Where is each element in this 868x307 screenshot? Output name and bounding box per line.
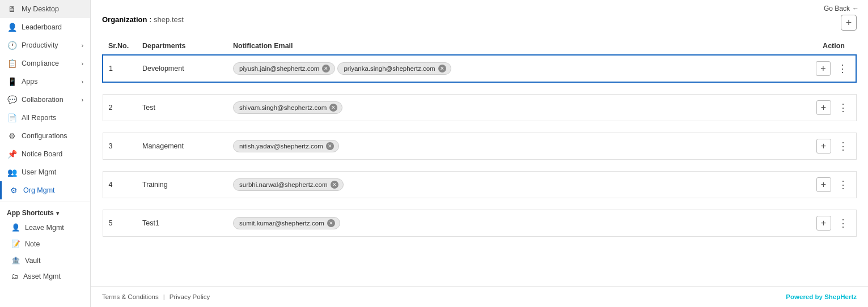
add-email-button[interactable]: +: [816, 216, 831, 231]
configurations-icon: ⚙: [7, 131, 17, 140]
col-sr-no: Sr.No.: [103, 37, 137, 55]
add-email-button[interactable]: +: [816, 139, 831, 154]
sidebar-item-configurations[interactable]: ⚙ Configurations: [0, 127, 90, 145]
sidebar-item-user-mgmt[interactable]: 👥 User Mgmt: [0, 163, 90, 181]
org-value: shep.test: [154, 15, 184, 24]
col-departments: Departments: [137, 37, 227, 55]
sidebar-item-label: Notice Board: [22, 150, 62, 158]
departments-table: Sr.No. Departments Notification Email Ac…: [102, 37, 857, 237]
action-cell: +⋮: [805, 139, 850, 154]
leaderboard-icon: 👤: [7, 23, 17, 32]
cell-department: Management: [137, 133, 227, 160]
more-options-button[interactable]: ⋮: [836, 216, 850, 231]
table-row: 2Testshivam.singh@shephertz.com✕+⋮: [103, 95, 856, 121]
sidebar-item-productivity[interactable]: 🕐 Productivity ›: [0, 36, 90, 54]
cell-action: +⋮: [799, 133, 856, 160]
vault-icon: 🏦: [11, 256, 20, 265]
sidebar-item-label: Asset Mgmt: [23, 272, 61, 280]
col-notification-email: Notification Email: [227, 37, 799, 55]
cell-emails: piyush.jain@shephertz.com✕priyanka.singh…: [227, 55, 799, 82]
org-title: Organization: shep.test: [102, 15, 184, 24]
cell-emails: surbhi.narwal@shephertz.com✕: [227, 172, 799, 198]
cell-sr-no: 4: [103, 172, 137, 198]
more-options-button[interactable]: ⋮: [835, 61, 850, 76]
table-row: 1Developmentpiyush.jain@shephertz.com✕pr…: [103, 55, 856, 82]
footer-links: Terms & Conditions | Privacy Policy: [102, 293, 210, 300]
sidebar-item-org-mgmt[interactable]: ⚙ Org Mgmt: [0, 181, 90, 199]
row-spacer: [103, 198, 856, 210]
more-options-button[interactable]: ⋮: [836, 100, 850, 115]
sidebar-item-note[interactable]: 📝 Note: [0, 236, 90, 252]
more-options-button[interactable]: ⋮: [836, 177, 850, 192]
cell-action: +⋮: [799, 172, 856, 198]
add-email-button[interactable]: +: [816, 177, 831, 192]
sidebar-item-label: My Desktop: [22, 5, 59, 13]
sidebar-item-label: Collaboration: [22, 96, 63, 104]
cell-emails: shivam.singh@shephertz.com✕: [227, 95, 799, 121]
chevron-right-icon: ›: [82, 61, 83, 67]
go-back-button[interactable]: Go Back ←: [824, 5, 859, 12]
top-bar: Go Back ←: [91, 0, 868, 15]
action-cell: +⋮: [805, 61, 850, 76]
remove-email-button[interactable]: ✕: [322, 65, 330, 73]
leave-icon: 👤: [11, 223, 20, 232]
email-tag: nitish.yadav@shephertz.com✕: [233, 140, 339, 152]
arrow-left-icon: ←: [852, 5, 859, 12]
cell-department: Test1: [137, 210, 227, 237]
sidebar-item-notice-board[interactable]: 📌 Notice Board: [0, 145, 90, 163]
sidebar-item-label: Productivity: [22, 41, 58, 49]
sidebar-item-label: Apps: [22, 78, 38, 86]
email-text: surbhi.narwal@shephertz.com: [239, 181, 328, 188]
chevron-right-icon: ›: [82, 42, 83, 49]
org-mgmt-icon: ⚙: [9, 186, 19, 195]
cell-department: Test: [137, 95, 227, 121]
sidebar-item-leave-mgmt[interactable]: 👤 Leave Mgmt: [0, 219, 90, 236]
sidebar-item-vault[interactable]: 🏦 Vault: [0, 252, 90, 268]
remove-email-button[interactable]: ✕: [326, 142, 334, 150]
app-shortcuts-label: App Shortcuts: [7, 209, 54, 217]
add-email-button[interactable]: +: [816, 100, 831, 115]
sidebar-item-collaboration[interactable]: 💬 Collaboration ›: [0, 91, 90, 109]
cell-action: +⋮: [799, 210, 856, 237]
sidebar-item-compliance[interactable]: 📋 Compliance ›: [0, 54, 90, 73]
compliance-icon: 📋: [7, 59, 17, 68]
add-email-button[interactable]: +: [816, 61, 831, 76]
email-text: sumit.kumar@shephertz.com: [239, 220, 324, 227]
asset-icon: 🗂: [11, 272, 19, 280]
apps-icon: 📱: [7, 77, 17, 86]
chevron-right-icon: ›: [82, 79, 83, 85]
sidebar-item-label: Note: [25, 240, 40, 248]
reports-icon: 📄: [7, 113, 17, 122]
cell-action: +⋮: [799, 95, 856, 121]
email-tag: surbhi.narwal@shephertz.com✕: [233, 178, 344, 191]
more-options-button[interactable]: ⋮: [836, 139, 850, 154]
terms-link[interactable]: Terms & Conditions: [102, 293, 159, 300]
sidebar-item-all-reports[interactable]: 📄 All Reports: [0, 109, 90, 127]
sidebar-item-my-desktop[interactable]: 🖥 My Desktop: [0, 0, 90, 18]
sidebar-item-apps[interactable]: 📱 Apps ›: [0, 73, 90, 91]
add-department-button[interactable]: +: [841, 15, 857, 31]
privacy-link[interactable]: Privacy Policy: [170, 293, 210, 300]
remove-email-button[interactable]: ✕: [327, 219, 335, 227]
remove-email-button[interactable]: ✕: [438, 65, 446, 73]
main-content: Go Back ← Organization: shep.test + Sr.N…: [91, 0, 868, 307]
powered-by: Powered by ShepHertz: [786, 293, 857, 300]
action-cell: +⋮: [805, 100, 850, 115]
action-cell: +⋮: [805, 216, 850, 231]
sidebar-item-label: User Mgmt: [22, 168, 56, 176]
chevron-right-icon: ›: [82, 97, 83, 103]
sidebar-item-leaderboard[interactable]: 👤 Leaderboard: [0, 18, 90, 36]
remove-email-button[interactable]: ✕: [329, 104, 337, 112]
cell-department: Development: [137, 55, 227, 82]
notice-icon: 📌: [7, 150, 17, 159]
sidebar-item-asset-mgmt[interactable]: 🗂 Asset Mgmt: [0, 268, 90, 284]
email-tag: sumit.kumar@shephertz.com✕: [233, 217, 340, 229]
row-spacer: [103, 121, 856, 133]
brand-name: ShepHertz: [824, 293, 857, 300]
sidebar-item-label: Org Mgmt: [23, 186, 55, 194]
cell-sr-no: 1: [103, 55, 137, 82]
app-shortcuts-section[interactable]: App Shortcuts ▾: [0, 204, 90, 219]
table-row: 4Trainingsurbhi.narwal@shephertz.com✕+⋮: [103, 172, 856, 198]
remove-email-button[interactable]: ✕: [331, 181, 338, 189]
sidebar: 🖥 My Desktop 👤 Leaderboard 🕐 Productivit…: [0, 0, 91, 307]
